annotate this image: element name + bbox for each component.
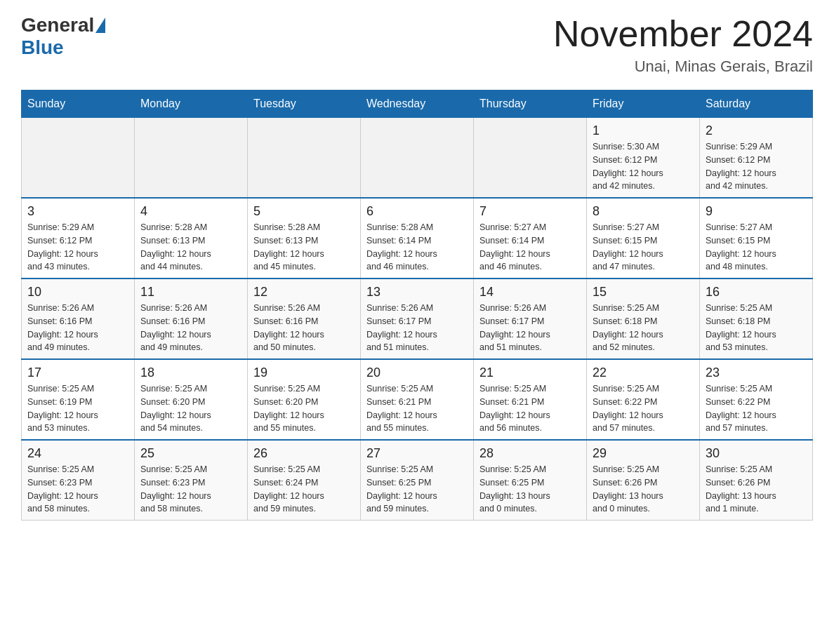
- day-number: 14: [479, 285, 581, 300]
- day-number: 16: [706, 285, 807, 300]
- day-info: Sunrise: 5:26 AMSunset: 6:17 PMDaylight:…: [479, 302, 581, 354]
- day-number: 21: [479, 365, 581, 380]
- day-info: Sunrise: 5:25 AMSunset: 6:23 PMDaylight:…: [140, 463, 241, 516]
- day-number: 13: [366, 285, 468, 300]
- day-info: Sunrise: 5:25 AMSunset: 6:21 PMDaylight:…: [366, 382, 468, 435]
- day-number: 5: [253, 204, 355, 219]
- day-number: 9: [706, 204, 807, 219]
- calendar-cell: 28Sunrise: 5:25 AMSunset: 6:25 PMDayligh…: [474, 440, 587, 521]
- calendar-cell: 25Sunrise: 5:25 AMSunset: 6:23 PMDayligh…: [135, 440, 248, 521]
- calendar-cell: 30Sunrise: 5:25 AMSunset: 6:26 PMDayligh…: [700, 440, 813, 521]
- day-info: Sunrise: 5:25 AMSunset: 6:20 PMDaylight:…: [253, 382, 355, 435]
- logo-blue-text: Blue: [21, 36, 64, 59]
- day-number: 4: [140, 204, 241, 219]
- logo-text: General: [21, 14, 107, 36]
- calendar-cell: [361, 118, 474, 199]
- day-info: Sunrise: 5:25 AMSunset: 6:22 PMDaylight:…: [706, 382, 807, 435]
- day-number: 2: [706, 123, 807, 138]
- calendar-table: SundayMondayTuesdayWednesdayThursdayFrid…: [21, 90, 813, 521]
- header-day-tuesday: Tuesday: [248, 90, 361, 118]
- day-number: 11: [140, 285, 241, 300]
- week-row-2: 3Sunrise: 5:29 AMSunset: 6:12 PMDaylight…: [22, 198, 813, 279]
- day-info: Sunrise: 5:29 AMSunset: 6:12 PMDaylight:…: [706, 140, 807, 193]
- day-info: Sunrise: 5:25 AMSunset: 6:19 PMDaylight:…: [27, 382, 128, 435]
- logo: General Blue: [21, 14, 107, 59]
- day-number: 20: [366, 365, 468, 380]
- calendar-cell: 26Sunrise: 5:25 AMSunset: 6:24 PMDayligh…: [248, 440, 361, 521]
- day-number: 7: [479, 204, 581, 219]
- day-number: 12: [253, 285, 355, 300]
- calendar-cell: 13Sunrise: 5:26 AMSunset: 6:17 PMDayligh…: [361, 279, 474, 359]
- calendar-cell: 8Sunrise: 5:27 AMSunset: 6:15 PMDaylight…: [587, 198, 700, 279]
- calendar-cell: 3Sunrise: 5:29 AMSunset: 6:12 PMDaylight…: [22, 198, 135, 279]
- header-day-sunday: Sunday: [22, 90, 135, 118]
- logo-triangle-icon: [95, 18, 105, 33]
- calendar-cell: 2Sunrise: 5:29 AMSunset: 6:12 PMDaylight…: [700, 118, 813, 199]
- week-row-1: 1Sunrise: 5:30 AMSunset: 6:12 PMDaylight…: [22, 118, 813, 199]
- header-day-saturday: Saturday: [700, 90, 813, 118]
- calendar-cell: 16Sunrise: 5:25 AMSunset: 6:18 PMDayligh…: [700, 279, 813, 359]
- day-number: 10: [27, 285, 128, 300]
- day-info: Sunrise: 5:25 AMSunset: 6:22 PMDaylight:…: [593, 382, 694, 435]
- day-info: Sunrise: 5:26 AMSunset: 6:16 PMDaylight:…: [140, 302, 241, 354]
- day-info: Sunrise: 5:27 AMSunset: 6:15 PMDaylight:…: [593, 221, 694, 274]
- day-number: 3: [27, 204, 128, 219]
- day-info: Sunrise: 5:27 AMSunset: 6:14 PMDaylight:…: [479, 221, 581, 274]
- calendar-cell: 4Sunrise: 5:28 AMSunset: 6:13 PMDaylight…: [135, 198, 248, 279]
- day-info: Sunrise: 5:26 AMSunset: 6:16 PMDaylight:…: [27, 302, 128, 354]
- day-info: Sunrise: 5:25 AMSunset: 6:25 PMDaylight:…: [366, 463, 468, 516]
- header-day-friday: Friday: [587, 90, 700, 118]
- calendar-cell: 7Sunrise: 5:27 AMSunset: 6:14 PMDaylight…: [474, 198, 587, 279]
- logo-general-text: General: [21, 14, 94, 36]
- header-day-wednesday: Wednesday: [361, 90, 474, 118]
- calendar-cell: 18Sunrise: 5:25 AMSunset: 6:20 PMDayligh…: [135, 359, 248, 440]
- day-number: 17: [27, 365, 128, 380]
- day-number: 22: [593, 365, 694, 380]
- day-number: 15: [593, 285, 694, 300]
- calendar-cell: 6Sunrise: 5:28 AMSunset: 6:14 PMDaylight…: [361, 198, 474, 279]
- calendar-cell: [248, 118, 361, 199]
- day-info: Sunrise: 5:26 AMSunset: 6:17 PMDaylight:…: [366, 302, 468, 354]
- calendar-cell: 29Sunrise: 5:25 AMSunset: 6:26 PMDayligh…: [587, 440, 700, 521]
- day-info: Sunrise: 5:30 AMSunset: 6:12 PMDaylight:…: [593, 140, 694, 193]
- day-info: Sunrise: 5:25 AMSunset: 6:25 PMDaylight:…: [479, 463, 581, 516]
- day-info: Sunrise: 5:25 AMSunset: 6:24 PMDaylight:…: [253, 463, 355, 516]
- calendar-cell: [474, 118, 587, 199]
- day-number: 19: [253, 365, 355, 380]
- calendar-cell: 5Sunrise: 5:28 AMSunset: 6:13 PMDaylight…: [248, 198, 361, 279]
- day-info: Sunrise: 5:25 AMSunset: 6:18 PMDaylight:…: [593, 302, 694, 354]
- calendar-cell: 24Sunrise: 5:25 AMSunset: 6:23 PMDayligh…: [22, 440, 135, 521]
- day-number: 26: [253, 446, 355, 461]
- month-title: November 2024: [553, 14, 813, 54]
- header: General Blue November 2024 Unai, Minas G…: [21, 14, 813, 76]
- calendar-cell: 17Sunrise: 5:25 AMSunset: 6:19 PMDayligh…: [22, 359, 135, 440]
- calendar-cell: 27Sunrise: 5:25 AMSunset: 6:25 PMDayligh…: [361, 440, 474, 521]
- calendar-cell: 1Sunrise: 5:30 AMSunset: 6:12 PMDaylight…: [587, 118, 700, 199]
- week-row-4: 17Sunrise: 5:25 AMSunset: 6:19 PMDayligh…: [22, 359, 813, 440]
- calendar-cell: [22, 118, 135, 199]
- day-info: Sunrise: 5:28 AMSunset: 6:13 PMDaylight:…: [253, 221, 355, 274]
- calendar-cell: 14Sunrise: 5:26 AMSunset: 6:17 PMDayligh…: [474, 279, 587, 359]
- day-number: 28: [479, 446, 581, 461]
- header-day-thursday: Thursday: [474, 90, 587, 118]
- week-row-5: 24Sunrise: 5:25 AMSunset: 6:23 PMDayligh…: [22, 440, 813, 521]
- calendar-cell: 15Sunrise: 5:25 AMSunset: 6:18 PMDayligh…: [587, 279, 700, 359]
- calendar-cell: 9Sunrise: 5:27 AMSunset: 6:15 PMDaylight…: [700, 198, 813, 279]
- day-number: 29: [593, 446, 694, 461]
- day-number: 6: [366, 204, 468, 219]
- calendar-cell: [135, 118, 248, 199]
- day-info: Sunrise: 5:25 AMSunset: 6:20 PMDaylight:…: [140, 382, 241, 435]
- day-number: 25: [140, 446, 241, 461]
- day-info: Sunrise: 5:26 AMSunset: 6:16 PMDaylight:…: [253, 302, 355, 354]
- day-number: 1: [593, 123, 694, 138]
- calendar-cell: 11Sunrise: 5:26 AMSunset: 6:16 PMDayligh…: [135, 279, 248, 359]
- calendar-cell: 12Sunrise: 5:26 AMSunset: 6:16 PMDayligh…: [248, 279, 361, 359]
- day-info: Sunrise: 5:29 AMSunset: 6:12 PMDaylight:…: [27, 221, 128, 274]
- day-number: 24: [27, 446, 128, 461]
- day-number: 23: [706, 365, 807, 380]
- day-info: Sunrise: 5:28 AMSunset: 6:13 PMDaylight:…: [140, 221, 241, 274]
- day-number: 27: [366, 446, 468, 461]
- header-row: SundayMondayTuesdayWednesdayThursdayFrid…: [22, 90, 813, 118]
- day-info: Sunrise: 5:25 AMSunset: 6:26 PMDaylight:…: [706, 463, 807, 516]
- day-info: Sunrise: 5:28 AMSunset: 6:14 PMDaylight:…: [366, 221, 468, 274]
